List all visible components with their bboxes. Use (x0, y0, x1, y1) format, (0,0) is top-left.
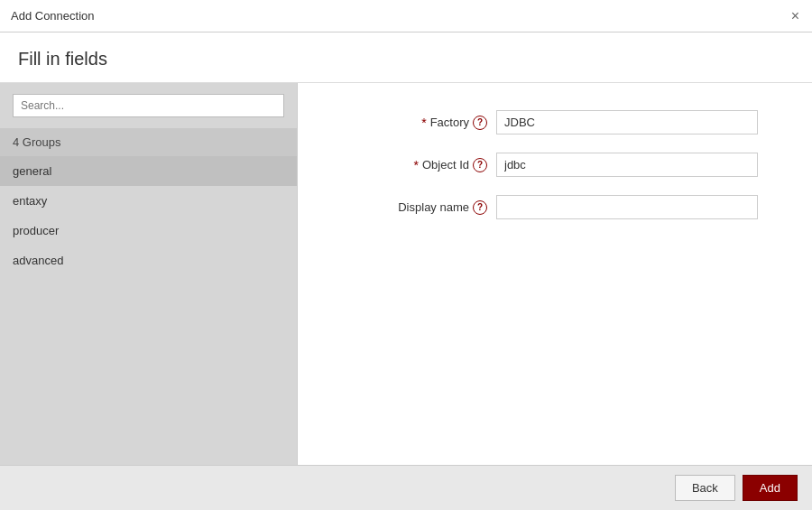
groups-header: 4 Groups (0, 128, 297, 156)
dialog: Add Connection × Fill in fields 4 Groups… (0, 0, 812, 510)
sidebar-item-label: entaxy (13, 194, 47, 208)
page-title-bar: Fill in fields (0, 32, 812, 83)
sidebar: 4 Groups general entaxy producer advance… (0, 83, 298, 465)
sidebar-item-label: advanced (13, 254, 63, 267)
title-bar: Add Connection × (0, 0, 812, 32)
close-button[interactable]: × (789, 9, 801, 23)
sidebar-item-entaxy[interactable]: entaxy (0, 186, 297, 216)
dialog-title: Add Connection (11, 9, 95, 23)
object-id-input[interactable] (496, 153, 758, 177)
factory-input[interactable] (496, 110, 758, 134)
content-area: 4 Groups general entaxy producer advance… (0, 83, 812, 465)
factory-label: * Factory ? (334, 116, 496, 130)
form-row-factory: * Factory ? (334, 110, 776, 134)
back-button[interactable]: Back (675, 475, 735, 501)
add-button[interactable]: Add (743, 475, 798, 501)
display-name-input[interactable] (496, 195, 758, 219)
sidebar-item-advanced[interactable]: advanced (0, 246, 297, 275)
sidebar-item-label: producer (13, 224, 59, 237)
sidebar-item-general[interactable]: general (0, 156, 297, 186)
sidebar-item-producer[interactable]: producer (0, 216, 297, 246)
form-row-display-name: Display name ? (334, 195, 776, 219)
object-id-label: * Object Id ? (334, 158, 496, 172)
display-name-help-icon[interactable]: ? (473, 200, 487, 215)
main-content: * Factory ? * Object Id ? Display name (298, 83, 812, 465)
required-star: * (421, 116, 426, 130)
object-id-help-icon[interactable]: ? (473, 158, 487, 172)
form-row-object-id: * Object Id ? (334, 153, 776, 177)
sidebar-item-label: general (13, 164, 51, 178)
page-title: Fill in fields (18, 49, 794, 70)
footer: Back Add (0, 465, 812, 510)
search-input[interactable] (13, 94, 284, 117)
factory-help-icon[interactable]: ? (473, 116, 487, 130)
required-star: * (414, 158, 419, 172)
display-name-label: Display name ? (334, 200, 496, 215)
